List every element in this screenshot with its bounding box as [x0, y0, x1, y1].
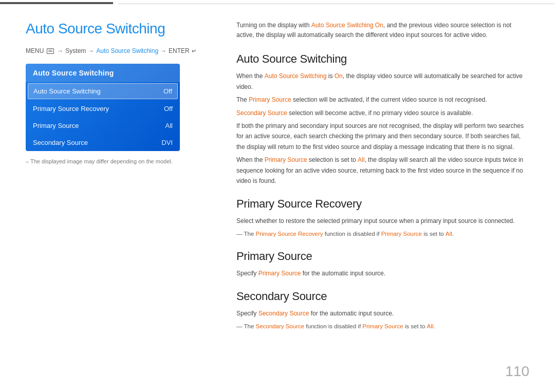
menu-item-auto-source-switching[interactable]: Auto Source Switching Off — [28, 83, 178, 99]
intro-highlight-auto-source: Auto Source Switching On — [311, 22, 383, 29]
section-title-auto-source: Auto Source Switching — [236, 52, 529, 66]
breadcrumb-arrow-2: → — [88, 47, 94, 54]
intro-paragraph: Turning on the display with Auto Source … — [236, 21, 529, 40]
breadcrumb-enter-icon: ↵ — [192, 48, 196, 54]
breadcrumb-menu: MENU — [26, 47, 44, 54]
menu-item-secondary-source[interactable]: Secondary Source DVI — [26, 134, 180, 151]
breadcrumb-arrow-3: → — [160, 47, 166, 54]
left-column: Auto Source Switching MENU → System → Au… — [26, 21, 211, 164]
section-title-secondary-source: Secondary Source — [236, 290, 529, 303]
right-column: Turning on the display with Auto Source … — [236, 21, 529, 342]
section-content-primary-recovery: Select whether to restore the selected p… — [236, 216, 529, 238]
menu-item-value-primary-source: All — [165, 122, 173, 129]
top-decorative-lines — [0, 0, 555, 4]
page-number: 110 — [505, 363, 529, 380]
breadcrumb-arrow-1: → — [57, 47, 63, 54]
breadcrumb-enter: ENTER — [169, 47, 190, 54]
menu-box: Auto Source Switching Auto Source Switch… — [26, 64, 180, 151]
breadcrumb-system: System — [65, 47, 86, 54]
left-note: The displayed image may differ depending… — [26, 158, 211, 164]
menu-item-value-secondary-source: DVI — [161, 139, 173, 146]
menu-item-label-primary-recovery: Primary Source Recovery — [33, 105, 109, 113]
section-content-auto-source: When the Auto Source Switching is On, th… — [236, 71, 529, 186]
section-title-primary-recovery: Primary Source Recovery — [236, 197, 529, 211]
menu-item-value-primary-recovery: Off — [164, 105, 173, 113]
menu-item-primary-source[interactable]: Primary Source All — [26, 117, 180, 134]
section-content-secondary-source: Specify Secondary Source for the automat… — [236, 308, 529, 331]
breadcrumb-menu-icon — [47, 48, 54, 54]
menu-box-title: Auto Source Switching — [26, 64, 180, 82]
section-content-primary-source: Specify Primary Source for the automatic… — [236, 268, 529, 278]
menu-item-primary-source-recovery[interactable]: Primary Source Recovery Off — [26, 100, 180, 117]
section-title-primary-source: Primary Source — [236, 250, 529, 263]
menu-item-label-auto-source: Auto Source Switching — [33, 87, 101, 95]
menu-item-label-secondary-source: Secondary Source — [33, 139, 88, 146]
menu-item-value-auto-source: Off — [163, 87, 172, 95]
breadcrumb: MENU → System → Auto Source Switching → … — [26, 47, 211, 54]
breadcrumb-link: Auto Source Switching — [96, 47, 158, 54]
page-title: Auto Source Switching — [26, 21, 211, 37]
menu-item-label-primary-source: Primary Source — [33, 122, 79, 129]
